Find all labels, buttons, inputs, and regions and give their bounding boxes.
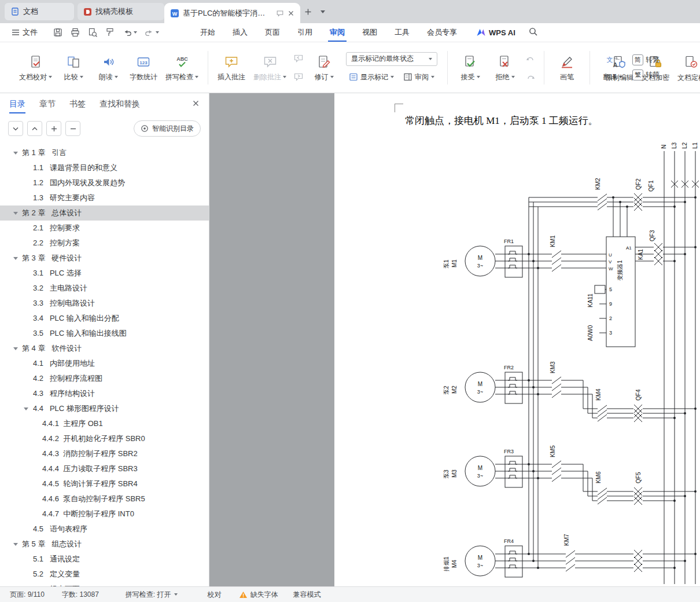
menu-item-6[interactable]: 视图 [353,23,386,42]
sidebar-tab-find-replace[interactable]: 查找和替换 [100,93,140,115]
menu-item-5[interactable]: 审阅 [321,23,353,42]
accept-button[interactable]: 接受 [453,52,488,83]
save-icon[interactable] [53,27,63,38]
docer-template-tab[interactable]: 找稿壳模板 [78,3,164,20]
track-changes-button[interactable]: 修订 [307,52,341,83]
toc-item[interactable]: 3.5 PLC 输入和输出接线图 [0,326,209,341]
expand-all-button[interactable] [27,121,42,136]
toc-item[interactable]: 第 4 章 软件设计 [0,341,209,356]
expand-arrow-icon[interactable] [24,408,28,410]
undo-caret-icon[interactable] [134,31,137,34]
toc-item[interactable]: 1.3 研究主要内容 [0,190,209,205]
pen-button[interactable]: 画笔 [550,52,584,83]
toc-item[interactable]: 4.4.5 轮询计算子程序 SBR4 [0,476,209,491]
markup-state-select[interactable]: 显示标记的最终状态 [346,52,437,66]
new-tab-button[interactable] [300,4,315,19]
km7-label: KM7 [563,534,570,546]
toc-item[interactable]: 3.1 PLC 选择 [0,266,209,281]
doc-encrypt-button[interactable]: 文档加密 [638,52,673,83]
expand-arrow-icon[interactable] [13,347,18,350]
toc-item[interactable]: 3.4 PLC 输入和输出分配 [0,311,209,326]
search-button[interactable] [528,27,538,39]
collapse-all-button[interactable] [8,121,23,136]
menu-item-1[interactable]: 开始 [191,23,224,42]
menu-item-7[interactable]: 工具 [386,23,418,42]
toc-item[interactable]: 4.4.7 中断控制子程序 INT0 [0,506,209,522]
doc-proofread-button[interactable]: 文档校对 [15,52,56,83]
menu-item-2[interactable]: 插入 [224,23,256,42]
expand-arrow-icon[interactable] [13,212,18,215]
redo-caret-icon[interactable] [156,31,159,34]
comment-bubble-icon[interactable] [276,9,284,17]
tab-list-button[interactable] [315,4,330,19]
margin-mark [395,104,403,112]
menu-item-4[interactable]: 引用 [289,23,321,42]
toc-item[interactable]: 第 1 章 引言 [0,145,209,160]
expand-arrow-icon[interactable] [13,152,18,155]
restrict-edit-button[interactable]: 限制编辑 [602,52,638,83]
toc-item[interactable]: 3.3 控制电路设计 [0,296,209,311]
toc-item-label: 第 2 章 总体设计 [22,208,82,218]
missing-font-warning[interactable]: 缺失字体 [239,590,278,600]
zoom-in-level-button[interactable] [46,121,61,136]
toc-item[interactable]: 4.4 PLC 梯形图程序设计 [0,401,209,416]
toc-item[interactable]: 4.4.3 消防控制子程序 SBR2 [0,446,209,461]
sidebar-tab-chapters[interactable]: 章节 [39,93,56,115]
toc-item[interactable]: 第 5 章 组态设计 [0,537,209,552]
toc-item[interactable]: 2.2 控制方案 [0,236,209,251]
toc-item[interactable]: 5.3 组态画面 [0,582,209,586]
toc-item[interactable]: 5.2 定义变量 [0,567,209,582]
page-indicator[interactable]: 页面: 9/110 [10,590,45,600]
toc-item[interactable]: 第 3 章 硬件设计 [0,251,209,266]
print-preview-icon[interactable] [87,27,98,38]
compare-button[interactable]: 比较 [56,52,91,83]
undo-button[interactable] [122,27,137,38]
close-tab-icon[interactable] [288,10,294,17]
menu-item-8[interactable]: 会员专享 [418,23,466,42]
wps-ai-button[interactable]: WPS AI [476,28,515,37]
reject-button[interactable]: 拒绝 [488,52,522,83]
expand-arrow-icon[interactable] [13,257,18,260]
toc-item[interactable]: 4.4.1 主程序 OB1 [0,416,209,431]
compatibility-mode-badge[interactable]: 兼容模式 [293,590,321,600]
print-icon[interactable] [70,27,80,38]
toc-item[interactable]: 4.2 控制程序流程图 [0,371,209,386]
toc-item[interactable]: 4.3 程序结构设计 [0,386,209,401]
file-menu[interactable]: 文件 [6,23,43,42]
toc-item[interactable]: 1.1 课题背景目的和意义 [0,160,209,175]
toc-item[interactable]: 4.1 内部使用地址 [0,356,209,371]
redo-button[interactable] [144,27,159,38]
toc-item[interactable]: 4.4.6 泵自动控制子程序 SBR5 [0,491,209,506]
review-pane-button[interactable]: 审阅 [400,71,437,83]
spellcheck-toggle[interactable]: 拼写检查: 打开 [126,590,178,600]
smart-toc-button[interactable]: 智能识别目录 [134,120,201,137]
toc-item[interactable]: 4.4.2 开机初始化子程序 SBR0 [0,431,209,446]
spell-check-button[interactable]: ABC 拼写检查 [161,52,202,83]
show-markup-button[interactable]: 显示标记 [346,71,397,83]
format-painter-icon[interactable] [105,27,115,38]
body-paragraph[interactable]: 常闭触点，接电机 M1，启动泵 1 工频运行。 [405,114,598,127]
toc-item[interactable]: 4.4.4 压力读取子程序 SBR3 [0,461,209,476]
proofread-button[interactable]: 校对 [208,590,222,600]
document-tab-active[interactable]: W 基于PLC的智能楼宇消防控制方案设计 [164,3,300,23]
home-tab[interactable]: 文档 [5,3,74,20]
toc-item[interactable]: 5.1 通讯设定 [0,552,209,567]
insert-comment-button[interactable]: 插入批注 [213,52,249,83]
sidebar-tab-bookmarks[interactable]: 书签 [69,93,86,115]
doc-finalize-button[interactable]: 文档定稿 [673,52,700,83]
toc-item[interactable]: 3.2 主电路设计 [0,281,209,296]
toc-item[interactable]: 2.1 控制要求 [0,221,209,236]
document-area[interactable]: 常闭触点，接电机 M1，启动泵 1 工频运行。 [209,93,700,586]
menu-item-3[interactable]: 页面 [256,23,289,42]
sidebar-close-button[interactable] [192,100,200,109]
word-count-button[interactable]: 123 字数统计 [126,52,161,83]
document-page[interactable]: 常闭触点，接电机 M1，启动泵 1 工频运行。 [334,93,700,586]
word-count-indicator[interactable]: 字数: 13087 [62,590,99,600]
sidebar-tab-contents[interactable]: 目录 [9,93,25,115]
read-aloud-button[interactable]: 朗读 [91,52,126,83]
toc-item[interactable]: 1.2 国内外现状及发展趋势 [0,175,209,190]
expand-arrow-icon[interactable] [13,543,18,546]
zoom-out-level-button[interactable] [65,121,80,136]
toc-item[interactable]: 第 2 章 总体设计 [0,205,209,221]
toc-item[interactable]: 4.5 语句表程序 [0,522,209,537]
